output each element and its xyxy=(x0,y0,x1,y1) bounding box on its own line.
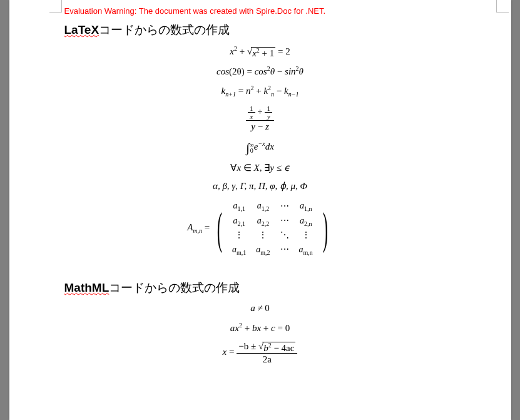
heading-mathml: MathMLコードからの数式の作成 xyxy=(64,280,456,296)
matrix-cell: am,n xyxy=(294,243,318,258)
heading-mathml-latin: MathML xyxy=(64,281,110,294)
matrix-cell: ⋮ xyxy=(251,228,275,242)
matrix-cell: a2,2 xyxy=(251,214,275,229)
matrix-cell: ⋮ xyxy=(294,228,318,242)
margin-mark-tl xyxy=(49,0,62,13)
document-page: Evaluation Warning: The document was cre… xyxy=(9,0,511,420)
quadratic-fraction: −b ± √b2 − 4ac 2a xyxy=(237,341,297,366)
evaluation-warning: Evaluation Warning: The document was cre… xyxy=(64,6,456,16)
outer-fraction: 1x + 1y y − z xyxy=(246,105,274,133)
matrix-cell: ⋯ xyxy=(275,243,294,258)
equation-m1: a ≠ 0 xyxy=(64,302,456,315)
matrix-cell: a2,n xyxy=(294,214,318,229)
matrix-cell: ⋱ xyxy=(275,228,294,242)
heading-latex: LaTeXコードからの数式の作成 xyxy=(64,22,456,38)
heading-latex-jp: コードからの数式の作成 xyxy=(99,23,230,36)
matrix-cell: a1,n xyxy=(294,199,318,214)
matrix-cell: a2,1 xyxy=(227,214,251,229)
matrix-cell: ⋯ xyxy=(275,214,294,229)
margin-mark-tr xyxy=(496,0,509,13)
equation-4: 1x + 1y y − z xyxy=(64,105,456,133)
matrix-cell: a1,2 xyxy=(251,199,275,214)
equation-2: cos(2θ) = cos2θ − sin2θ xyxy=(64,64,456,78)
equation-7: α, β, γ, Γ, π, Π, φ, ϕ, μ, Φ xyxy=(64,180,456,193)
paren-left: ( xyxy=(217,206,222,251)
matrix-cell: ⋯ xyxy=(275,199,294,214)
heading-mathml-jp: コードからの数式の作成 xyxy=(109,281,240,294)
matrix-cell: a1,1 xyxy=(227,199,251,214)
equation-3: kn+1 = n2 + k2n − kn−1 xyxy=(64,84,456,98)
matrix-body: a1,1a1,2⋯a1,na2,1a2,2⋯a2,n⋮⋮⋱⋮am,1am,2⋯a… xyxy=(227,199,318,258)
equation-m2: ax2 + bx + c = 0 xyxy=(64,321,456,335)
matrix-cell: ⋮ xyxy=(227,228,251,242)
equation-m3: x = −b ± √b2 − 4ac 2a xyxy=(64,341,456,366)
paren-right: ) xyxy=(323,206,328,251)
equation-5: ∫∞0e−xdx xyxy=(64,140,456,156)
equation-1: x2 + √x2 + 1 = 2 xyxy=(64,44,456,58)
heading-latex-latin: LaTeX xyxy=(64,23,99,36)
equation-6: ∀x ∈ X, ∃y ≤ ϵ xyxy=(64,162,456,175)
matrix-cell: am,2 xyxy=(251,243,275,258)
equation-8: Am,n = (a1,1a1,2⋯a1,na2,1a2,2⋯a2,n⋮⋮⋱⋮am… xyxy=(64,199,456,258)
sqrt-1: x2 + 1 xyxy=(251,47,275,58)
matrix-cell: am,1 xyxy=(227,243,251,258)
